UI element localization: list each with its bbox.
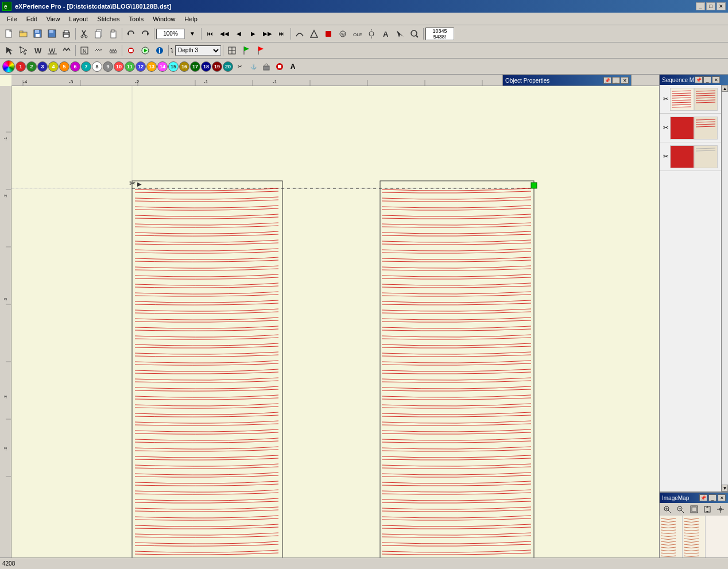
settings-tool[interactable] bbox=[365, 28, 378, 40]
next-button[interactable]: ▶ bbox=[246, 28, 260, 40]
anchor-btn[interactable]: ⚓ bbox=[247, 61, 260, 72]
menu-stitches[interactable]: Stitches bbox=[92, 14, 124, 24]
letter-w2-tool[interactable]: W bbox=[45, 44, 59, 57]
imagemap-pin-btn[interactable]: 📌 bbox=[699, 494, 707, 501]
color-12[interactable]: 12 bbox=[135, 61, 146, 72]
color-1[interactable]: 1 bbox=[16, 61, 26, 72]
tool-n1[interactable]: N bbox=[78, 44, 91, 57]
color-13[interactable]: 13 bbox=[146, 61, 157, 72]
scissors-btn[interactable]: ✂ bbox=[234, 61, 246, 72]
text-tool[interactable]: A bbox=[379, 28, 393, 40]
prev-button[interactable]: ◀◀ bbox=[218, 28, 231, 40]
color-6[interactable]: 6 bbox=[70, 61, 80, 72]
drawing-canvas[interactable]: ✂ ▶ bbox=[11, 86, 659, 569]
text-a-btn[interactable]: A bbox=[286, 61, 299, 72]
zoom-glass[interactable] bbox=[408, 28, 421, 40]
color-14[interactable]: 14 bbox=[157, 61, 168, 72]
seq-item-2[interactable]: ✂ 2 bbox=[660, 142, 728, 171]
color-4[interactable]: 4 bbox=[48, 61, 59, 72]
redo-button[interactable] bbox=[138, 28, 152, 40]
color-7[interactable]: 7 bbox=[81, 61, 91, 72]
new-button[interactable] bbox=[2, 28, 16, 40]
canvas-area[interactable]: -4 -3 -2 -1 -1 bbox=[0, 75, 659, 569]
color-16[interactable]: 16 bbox=[179, 61, 189, 72]
seq-item-1[interactable]: ✂ 1 bbox=[660, 114, 728, 142]
tool-w3[interactable] bbox=[106, 44, 120, 57]
menu-view[interactable]: View bbox=[42, 14, 65, 24]
menu-layout[interactable]: Layout bbox=[64, 14, 92, 24]
stop-color-btn[interactable] bbox=[273, 61, 286, 72]
flag2-btn[interactable] bbox=[254, 44, 268, 57]
ole-tool[interactable]: OLE bbox=[350, 28, 364, 40]
paste-button[interactable] bbox=[106, 28, 120, 40]
color-tool[interactable]: W bbox=[336, 28, 350, 40]
imagemap-zoom-fit[interactable] bbox=[688, 503, 700, 516]
menu-edit[interactable]: Edit bbox=[22, 14, 42, 24]
prev2-button[interactable]: ◀ bbox=[232, 28, 246, 40]
zoom-input[interactable] bbox=[156, 29, 185, 39]
imagemap-crosshair[interactable] bbox=[715, 503, 727, 516]
save2-button[interactable] bbox=[45, 28, 59, 40]
color-20[interactable]: 20 bbox=[223, 61, 233, 72]
grid-btn[interactable] bbox=[225, 44, 239, 57]
imagemap-pan[interactable] bbox=[701, 503, 713, 516]
color-2[interactable]: 2 bbox=[26, 61, 37, 72]
color-5[interactable]: 5 bbox=[59, 61, 69, 72]
seq-pin-btn[interactable]: 📌 bbox=[695, 76, 703, 83]
menu-tools[interactable]: Tools bbox=[125, 14, 149, 24]
obj-props-minimize[interactable]: _ bbox=[612, 77, 620, 84]
zoom-dropdown[interactable]: ▼ bbox=[185, 28, 199, 40]
print-button[interactable] bbox=[60, 28, 73, 40]
window-controls[interactable]: _ □ ✕ bbox=[696, 2, 726, 10]
seq-item-0[interactable]: ✂ bbox=[660, 85, 728, 114]
color-11[interactable]: 11 bbox=[125, 61, 135, 72]
node-tool[interactable] bbox=[17, 44, 30, 57]
obj-props-pin[interactable]: 📌 bbox=[603, 77, 611, 84]
first-button[interactable]: ⏮ bbox=[203, 28, 217, 40]
imagemap-min-btn[interactable]: _ bbox=[708, 494, 717, 501]
color-10[interactable]: 10 bbox=[114, 61, 124, 72]
color-wheel[interactable] bbox=[2, 60, 15, 73]
scroll-down-btn[interactable]: ▼ bbox=[722, 485, 728, 491]
menu-window[interactable]: Window bbox=[148, 14, 180, 24]
close-button[interactable]: ✕ bbox=[717, 2, 726, 10]
color-17[interactable]: 17 bbox=[190, 61, 200, 72]
copy-button[interactable] bbox=[92, 28, 106, 40]
flag-btn[interactable] bbox=[239, 44, 253, 57]
scroll-up-btn[interactable]: ▲ bbox=[722, 85, 728, 92]
open-button[interactable] bbox=[17, 28, 30, 40]
lock-btn[interactable] bbox=[260, 61, 273, 72]
save-button[interactable] bbox=[31, 28, 45, 40]
select2-tool[interactable] bbox=[393, 28, 407, 40]
play-btn[interactable] bbox=[138, 44, 152, 57]
minimize-button[interactable]: _ bbox=[696, 2, 705, 10]
stop-btn[interactable] bbox=[124, 44, 138, 57]
next2-button[interactable]: ▶▶ bbox=[261, 28, 274, 40]
stop-tool[interactable] bbox=[322, 28, 335, 40]
seq-scrollbar[interactable]: ▲ ▼ bbox=[721, 85, 728, 491]
imagemap-close-btn[interactable]: ✕ bbox=[718, 494, 726, 501]
menu-help[interactable]: Help bbox=[180, 14, 202, 24]
menu-file[interactable]: File bbox=[2, 14, 22, 24]
seq-min-btn[interactable]: _ bbox=[703, 76, 711, 83]
imagemap-zoom-out[interactable] bbox=[674, 503, 686, 516]
letter-w-tool[interactable]: W bbox=[31, 44, 45, 57]
zigzag-tool[interactable] bbox=[60, 44, 73, 57]
shape-tool[interactable] bbox=[307, 28, 321, 40]
color-9[interactable]: 9 bbox=[103, 61, 113, 72]
color-18[interactable]: 18 bbox=[201, 61, 211, 72]
tool-w2[interactable] bbox=[92, 44, 106, 57]
maximize-button[interactable]: □ bbox=[706, 2, 715, 10]
info-btn[interactable]: i bbox=[153, 44, 166, 57]
undo-button[interactable] bbox=[124, 28, 138, 40]
last-button[interactable]: ⏭ bbox=[275, 28, 289, 40]
imagemap-zoom-in[interactable] bbox=[661, 503, 673, 516]
obj-props-close[interactable]: ✕ bbox=[621, 77, 629, 84]
color-3[interactable]: 3 bbox=[37, 61, 48, 72]
cursor-tool[interactable] bbox=[2, 44, 16, 57]
depth-select[interactable]: Depth 3 Depth 1 Depth 2 Depth 4 bbox=[175, 45, 221, 56]
color-19[interactable]: 19 bbox=[212, 61, 222, 72]
cut-button[interactable] bbox=[78, 28, 91, 40]
color-15[interactable]: 15 bbox=[168, 61, 179, 72]
stitch-tool[interactable] bbox=[293, 28, 307, 40]
